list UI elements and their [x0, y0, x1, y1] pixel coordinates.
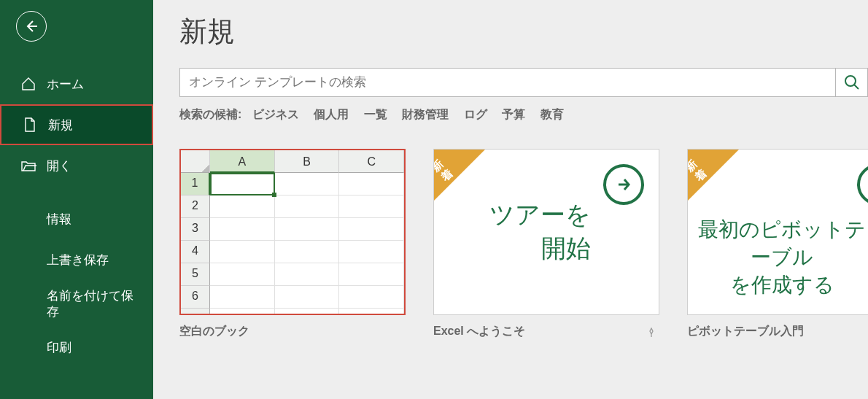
sidebar-sub-label: 上書き保存 — [47, 252, 109, 268]
sidebar-sub-label: 情報 — [47, 212, 71, 228]
suggestion-link[interactable]: 個人用 — [314, 108, 349, 120]
sidebar: ホーム 新規 開く 情報 上書き保存 名前を付けて保存 印刷 — [0, 0, 153, 399]
search-input[interactable] — [179, 68, 836, 97]
cell — [275, 263, 340, 286]
cell — [210, 286, 275, 309]
templates-grid: A B C 1 2 3 4 5 6 7 空白のブック 新着 — [179, 149, 868, 339]
template-pivot-intro[interactable]: 新着 最初のピボットテーブル を作成する ピボットテーブル入門 — [687, 149, 868, 339]
cell — [210, 263, 275, 286]
cell — [339, 218, 404, 241]
col-header: A — [210, 150, 275, 173]
page-title: 新規 — [179, 13, 868, 50]
cell — [339, 309, 404, 315]
cell — [210, 241, 275, 263]
cell — [339, 173, 404, 195]
suggestion-link[interactable]: 予算 — [502, 108, 525, 120]
template-excel-welcome[interactable]: 新着 ツアーを 開始 Excel へようこそ — [433, 149, 659, 339]
folder-icon — [20, 158, 36, 174]
cell — [210, 218, 275, 241]
cell — [339, 195, 404, 218]
sidebar-sub-info[interactable]: 情報 — [0, 199, 153, 240]
row-header: 2 — [181, 195, 210, 218]
sidebar-sub-print[interactable]: 印刷 — [0, 328, 153, 368]
sidebar-sub-label: 名前を付けて保存 — [47, 288, 139, 320]
cell — [339, 263, 404, 286]
svg-line-2 — [854, 85, 859, 89]
search-button[interactable] — [836, 68, 868, 97]
template-thumbnail: A B C 1 2 3 4 5 6 7 — [179, 149, 406, 315]
suggestion-link[interactable]: 一覧 — [364, 108, 387, 120]
suggestion-link[interactable]: ログ — [464, 108, 487, 120]
cell — [210, 309, 275, 315]
col-header: B — [275, 150, 340, 173]
cell — [275, 218, 340, 241]
search-icon — [842, 73, 861, 92]
suggestions-label: 検索の候補: — [179, 108, 241, 120]
template-thumbnail: 新着 最初のピボットテーブル を作成する — [687, 149, 868, 315]
row-header: 4 — [181, 241, 210, 263]
back-button[interactable] — [16, 11, 47, 42]
sidebar-sub-saveas[interactable]: 名前を付けて保存 — [0, 281, 153, 328]
template-name: Excel へようこそ — [433, 324, 659, 339]
tour-title: ツアーを 開始 — [489, 198, 591, 266]
suggestion-link[interactable]: 教育 — [540, 108, 564, 120]
template-thumbnail: 新着 ツアーを 開始 — [433, 149, 659, 315]
row-header: 1 — [181, 173, 210, 195]
search-row — [179, 68, 868, 97]
template-blank-workbook[interactable]: A B C 1 2 3 4 5 6 7 空白のブック — [179, 149, 406, 339]
sidebar-sub-label: 印刷 — [47, 340, 71, 356]
cell — [339, 241, 404, 263]
svg-point-1 — [845, 76, 856, 86]
row-header: 5 — [181, 263, 210, 286]
template-name: ピボットテーブル入門 — [687, 324, 868, 339]
cell — [275, 309, 340, 315]
cell — [210, 195, 275, 218]
search-suggestions: 検索の候補: ビジネス 個人用 一覧 財務管理 ログ 予算 教育 — [179, 107, 868, 123]
new-badge: 新着 — [688, 150, 739, 201]
sidebar-item-label: 開く — [47, 158, 71, 174]
arrow-right-icon — [857, 164, 868, 205]
sidebar-item-label: 新規 — [48, 117, 73, 133]
cell — [275, 241, 340, 263]
arrow-left-icon — [23, 18, 39, 34]
cell — [339, 286, 404, 309]
suggestion-link[interactable]: ビジネス — [252, 108, 299, 120]
pin-icon[interactable] — [646, 328, 656, 338]
row-header: 6 — [181, 286, 210, 309]
sidebar-item-home[interactable]: ホーム — [0, 63, 153, 104]
main-area: 新規 検索の候補: ビジネス 個人用 一覧 財務管理 ログ 予算 教育 A B … — [153, 0, 868, 399]
suggestion-link[interactable]: 財務管理 — [402, 108, 449, 120]
new-badge: 新着 — [434, 150, 485, 201]
mini-spreadsheet: A B C 1 2 3 4 5 6 7 — [181, 150, 404, 314]
cell — [210, 173, 275, 195]
cell — [275, 286, 340, 309]
pivot-title: 最初のピボットテーブル を作成する — [688, 216, 868, 298]
home-icon — [20, 76, 36, 92]
row-header: 3 — [181, 218, 210, 241]
arrow-right-icon — [603, 164, 644, 205]
sidebar-item-open[interactable]: 開く — [0, 145, 153, 186]
sidebar-item-new[interactable]: 新規 — [0, 104, 153, 145]
template-name: 空白のブック — [179, 324, 406, 339]
sidebar-sub-save[interactable]: 上書き保存 — [0, 240, 153, 281]
row-header: 7 — [181, 309, 210, 315]
cell — [275, 173, 340, 195]
document-icon — [22, 117, 38, 133]
sidebar-item-label: ホーム — [47, 76, 84, 93]
col-header: C — [339, 150, 404, 173]
select-all-corner — [181, 150, 210, 173]
cell — [275, 195, 340, 218]
